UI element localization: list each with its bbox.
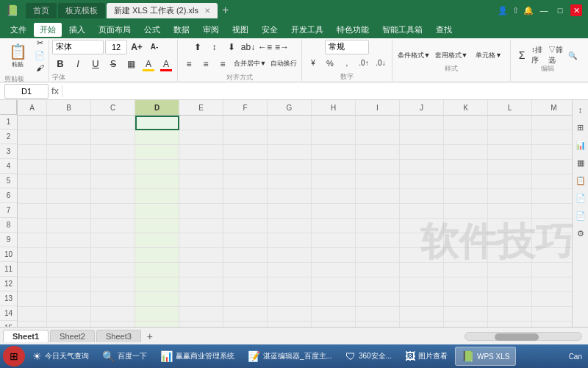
list-item[interactable] (135, 322, 179, 327)
paste-button[interactable]: 📋 粘贴 (4, 42, 31, 68)
percent-button[interactable]: % (322, 55, 338, 71)
list-item[interactable] (532, 248, 572, 263)
sort-button[interactable]: ↕排序 (531, 47, 547, 63)
list-item[interactable] (135, 160, 179, 174)
list-item[interactable] (532, 130, 572, 145)
list-item[interactable] (135, 145, 179, 160)
menu-data[interactable]: 数据 (168, 23, 196, 37)
list-item[interactable] (400, 322, 444, 327)
align-right-button[interactable]: ≡ (215, 56, 231, 72)
list-item[interactable] (135, 307, 179, 322)
list-item[interactable] (179, 116, 223, 130)
row-9[interactable]: 9 (0, 233, 17, 247)
list-item[interactable] (400, 174, 444, 189)
list-item[interactable] (444, 160, 488, 174)
list-item[interactable] (223, 204, 268, 219)
list-item[interactable] (488, 248, 532, 263)
list-item[interactable] (223, 263, 268, 277)
list-item[interactable] (179, 307, 223, 322)
list-item[interactable] (179, 145, 223, 160)
list-item[interactable] (488, 233, 532, 248)
list-item[interactable] (488, 277, 532, 292)
col-L[interactable]: L (488, 100, 532, 115)
list-item[interactable] (91, 263, 135, 277)
row-14[interactable]: 14 (0, 306, 17, 321)
row-2[interactable]: 2 (0, 130, 17, 144)
list-item[interactable] (488, 189, 532, 204)
row-10[interactable]: 10 (0, 247, 17, 262)
list-item[interactable] (18, 130, 47, 145)
list-item[interactable] (268, 145, 312, 160)
list-item[interactable] (91, 204, 135, 219)
list-item[interactable] (47, 189, 91, 204)
list-item[interactable] (91, 189, 135, 204)
list-item[interactable] (268, 130, 312, 145)
list-item[interactable] (312, 233, 356, 248)
list-item[interactable] (223, 307, 268, 322)
list-item[interactable] (135, 263, 179, 277)
list-item[interactable] (91, 248, 135, 263)
currency-button[interactable]: ¥ (305, 55, 321, 71)
minimize-button[interactable]: — (538, 4, 550, 16)
list-item[interactable] (488, 292, 532, 307)
list-item[interactable] (532, 277, 572, 292)
list-item[interactable] (223, 233, 268, 248)
list-item[interactable] (268, 189, 312, 204)
list-item[interactable] (444, 263, 488, 277)
number-format-input[interactable] (325, 40, 369, 54)
align-center-button[interactable]: ≡ (198, 56, 214, 72)
bell-icon[interactable]: 🔔 (523, 6, 534, 15)
list-item[interactable] (488, 174, 532, 189)
close-button[interactable]: ✕ (570, 4, 582, 16)
list-item[interactable] (488, 204, 532, 219)
menu-home[interactable]: 开始 (34, 23, 62, 37)
filter-button[interactable]: ▽筛选 (548, 47, 564, 63)
tab-home[interactable]: 首页 (26, 3, 57, 18)
font-size-input[interactable] (105, 40, 127, 54)
list-item[interactable] (18, 248, 47, 263)
list-item[interactable] (400, 277, 444, 292)
list-item[interactable] (400, 130, 444, 145)
list-item[interactable] (488, 307, 532, 322)
list-item[interactable] (356, 219, 400, 233)
list-item[interactable] (91, 307, 135, 322)
list-item[interactable] (488, 322, 532, 327)
taskbar-wps[interactable]: 📗 WPS XLS (455, 347, 516, 366)
list-item[interactable] (268, 322, 312, 327)
horizontal-scrollbar[interactable] (465, 332, 582, 341)
list-item[interactable] (400, 116, 444, 130)
list-item[interactable] (532, 263, 572, 277)
list-item[interactable] (91, 174, 135, 189)
list-item[interactable] (400, 233, 444, 248)
list-item[interactable] (356, 174, 400, 189)
list-item[interactable] (444, 204, 488, 219)
list-item[interactable] (18, 322, 47, 327)
menu-view[interactable]: 视图 (226, 23, 254, 37)
list-item[interactable] (135, 292, 179, 307)
row-1[interactable]: 1 (0, 115, 17, 130)
list-item[interactable] (179, 322, 223, 327)
rs-icon-6[interactable]: 📄 (574, 191, 587, 205)
bold-button[interactable]: B (52, 56, 68, 72)
list-item[interactable] (488, 263, 532, 277)
list-item[interactable] (532, 174, 572, 189)
list-item[interactable] (312, 322, 356, 327)
list-item[interactable] (400, 189, 444, 204)
list-item[interactable] (47, 292, 91, 307)
menu-insert[interactable]: 插入 (63, 23, 91, 37)
list-item[interactable] (356, 248, 400, 263)
list-item[interactable] (268, 174, 312, 189)
cell-style-button[interactable]: 单元格▼ (470, 47, 507, 63)
row-8[interactable]: 8 (0, 218, 17, 233)
list-item[interactable] (400, 263, 444, 277)
col-I[interactable]: I (356, 100, 400, 115)
list-item[interactable] (47, 160, 91, 174)
rs-icon-4[interactable]: ▦ (574, 156, 587, 169)
list-item[interactable] (356, 263, 400, 277)
list-item[interactable] (444, 277, 488, 292)
close-tab-icon[interactable]: ✕ (204, 7, 210, 15)
list-item[interactable] (223, 160, 268, 174)
new-tab-btn[interactable]: + (219, 4, 232, 17)
list-item[interactable] (312, 130, 356, 145)
list-item[interactable] (400, 204, 444, 219)
